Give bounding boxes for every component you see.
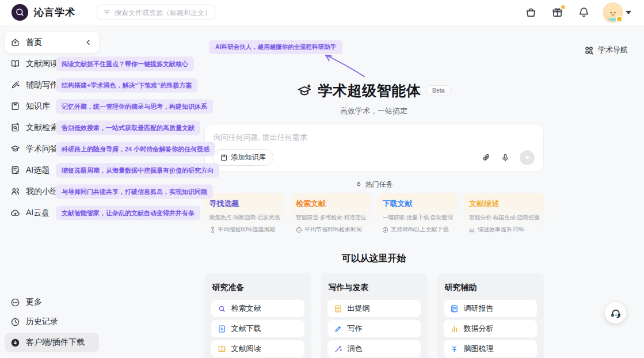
start-item-literature-reading[interactable]: 文献阅读 — [211, 340, 304, 357]
sidebar-item-label: 更多 — [26, 297, 42, 307]
sidebar-item-label: AI云盘 — [26, 208, 49, 218]
filter-icon — [103, 9, 110, 16]
sidebar-item-more[interactable]: 更多 — [5, 294, 99, 311]
support-button[interactable] — [605, 302, 626, 323]
mindmap-icon — [450, 345, 459, 353]
prompt-actions — [482, 150, 535, 165]
send-button[interactable] — [520, 150, 535, 165]
sidebar-tooltip: 阅读文献抓不住重点？帮你一键提炼文献核心 — [56, 56, 194, 71]
app-title: 沁言学术 — [34, 6, 75, 19]
academic-navigation-link[interactable]: 学术导航 — [584, 45, 628, 55]
sidebar-item-label: 客户端/插件下载 — [26, 337, 85, 348]
start-item-outline[interactable]: 出提纲 — [327, 300, 421, 317]
sidebar-item-writing[interactable]: 辅助写作 结构搭建+学术润色，解决“下笔难”的终极方案 — [5, 74, 99, 96]
avatar-badge — [616, 16, 623, 22]
book-open-icon — [10, 59, 20, 68]
start-heading: 可以从这里开始 — [204, 253, 544, 265]
start-card-writing-publishing: 写作与发表 出提纲 写作 润色 — [321, 273, 428, 358]
book-bookmark-icon — [10, 101, 20, 111]
send-arrow-icon — [523, 154, 531, 161]
sidebar-item-ai-topic[interactable]: AI选题 缩短选题周期，从海量数据中挖掘最有价值的研究方向 — [5, 159, 99, 181]
storage-box-icon — [525, 6, 537, 18]
sidebar-tooltip: 与导师同门共读共享，打破信息孤岛，实现知识同频 — [56, 184, 213, 199]
doc-list-icon — [10, 165, 20, 175]
sidebar-tooltip: 科研路上的随身导师，24 小时待命解答你的任何疑惑 — [56, 142, 215, 156]
topbar-actions — [525, 4, 644, 21]
global-search[interactable] — [97, 5, 215, 20]
arrow-down-circle-icon — [382, 227, 388, 233]
history-clock-icon — [10, 317, 20, 327]
cloud-icon — [10, 208, 20, 218]
sidebar-item-label: 学术问答 — [26, 144, 58, 154]
topbar: 沁言学术 — [0, 0, 644, 25]
sidebar-item-knowledge-base[interactable]: 知识库 记忆外脑，统一管理你的摘录与思考，构建知识体系 — [5, 96, 99, 117]
file-search-icon — [10, 123, 20, 132]
add-knowledge-base-button[interactable]: 添加知识库 — [212, 149, 273, 166]
users-icon — [10, 186, 20, 196]
flame-icon — [355, 181, 363, 188]
task-download-literature[interactable]: 下载文献 一键获取·批量下载·自动整理 支持95%以上文献下载 — [377, 193, 458, 238]
file-download-icon — [218, 325, 226, 333]
start-item-polish[interactable]: 润色 — [327, 340, 421, 357]
sidebar-item-home[interactable]: 首页 — [5, 32, 99, 53]
add-knowledge-base-label: 添加知识库 — [231, 153, 266, 162]
notifications-button[interactable] — [578, 6, 590, 18]
start-item-mindmap[interactable]: 脑图梳理 — [444, 340, 537, 357]
start-item-search-literature[interactable]: 检索文献 — [211, 300, 304, 317]
sidebar-tooltip: 缩短选题周期，从海量数据中挖掘最有价值的研究方向 — [56, 163, 219, 177]
sidebar-nav: 首页 文献阅读 阅读文献抓不住重点？帮你一键提炼文献核心 辅助写作 结构搭建+学… — [0, 25, 104, 223]
sidebar-item-label: AI选题 — [26, 165, 49, 176]
sidebar-item-label: 历史记录 — [26, 317, 58, 327]
sidebar-tooltip: 文献智能管家，让杂乱的文献自动变得井井有条 — [56, 205, 200, 220]
sidebar: 首页 文献阅读 阅读文献抓不住重点？帮你一键提炼文献核心 辅助写作 结构搭建+学… — [0, 25, 104, 358]
start-card-research-prep: 研究准备 检索文献 文献下载 文献阅读 — [204, 273, 311, 358]
chevron-down-icon[interactable] — [626, 11, 631, 17]
sidebar-item-client-download[interactable]: 客户端/插件下载 — [5, 333, 99, 352]
notification-dot — [561, 5, 565, 9]
sidebar-item-label: 文献检索 — [26, 123, 58, 133]
sidebar-item-label: 我的小组 — [26, 186, 58, 197]
prompt-input[interactable] — [214, 133, 455, 142]
bell-icon — [578, 6, 590, 18]
sidebar-item-label: 首页 — [26, 37, 42, 48]
start-item-data-analysis[interactable]: 数据分析 — [444, 320, 537, 337]
bar-chart-icon — [450, 325, 459, 333]
brand: 沁言学术 — [0, 4, 97, 21]
sidebar-collapse-button[interactable] — [83, 37, 93, 47]
task-find-topic[interactable]: 寻找选题 聚焦热点·洞察趋势·启发灵感 平均缩短60%选题周期 — [204, 193, 285, 238]
storage-box-button[interactable] — [525, 6, 537, 18]
sidebar-item-history[interactable]: 历史记录 — [5, 313, 99, 330]
task-literature-review[interactable]: 文献综述 智能分析·框架生成·趋势把握 综述效率提升70% — [464, 193, 544, 238]
user-menu[interactable] — [604, 4, 631, 21]
hourglass-icon — [209, 227, 216, 233]
sidebar-item-ai-cloud[interactable]: AI云盘 文献智能管家，让杂乱的文献自动变得井井有条 — [5, 202, 99, 223]
start-item-literature-download[interactable]: 文献下载 — [211, 320, 304, 337]
grid-search-icon — [584, 45, 594, 55]
sidebar-item-literature-search[interactable]: 文献检索 告别低效搜索，一站式获取最匹配的高质量文献 — [5, 117, 99, 138]
sidebar-item-label: 文献阅读 — [26, 59, 58, 69]
wand-icon — [334, 345, 342, 353]
graduation-cap-icon — [10, 144, 20, 154]
search-input[interactable] — [115, 9, 209, 17]
start-cards: 研究准备 检索文献 文献下载 文献阅读 — [204, 273, 544, 358]
book-bookmark-icon — [220, 154, 228, 162]
beta-badge: Beta — [426, 85, 451, 96]
search-icon — [218, 304, 226, 313]
hot-tasks: 寻找选题 聚焦热点·洞察趋势·启发灵感 平均缩短60%选题周期 检索文献 智能筛… — [204, 193, 544, 238]
pen-sparkle-icon — [10, 80, 20, 90]
sidebar-tooltip: 告别低效搜索，一站式获取最匹配的高质量文献 — [56, 120, 200, 135]
task-search-literature[interactable]: 检索文献 智能筛选·多维检索·精准定位 平均节省80%检索时间 — [291, 193, 371, 238]
sidebar-item-academic-qa[interactable]: 学术问答 科研路上的随身导师，24 小时待命解答你的任何疑惑 — [5, 138, 99, 159]
start-item-survey-report[interactable]: 调研报告 — [444, 300, 537, 317]
graduation-cap-sparkle-icon — [297, 83, 312, 98]
sidebar-item-label: 知识库 — [26, 101, 50, 112]
start-item-writing[interactable]: 写作 — [327, 320, 421, 337]
clock-icon — [296, 227, 302, 233]
paperclip-icon[interactable] — [482, 153, 491, 162]
sidebar-item-my-group[interactable]: 我的小组 与导师同门共读共享，打破信息孤岛，实现知识同频 — [5, 181, 99, 202]
gift-button[interactable] — [551, 6, 563, 18]
microphone-icon[interactable] — [501, 153, 510, 162]
home-icon — [10, 37, 20, 47]
prompt-card[interactable]: 添加知识库 — [204, 124, 544, 172]
sidebar-item-reading[interactable]: 文献阅读 阅读文献抓不住重点？帮你一键提炼文献核心 — [5, 53, 99, 74]
